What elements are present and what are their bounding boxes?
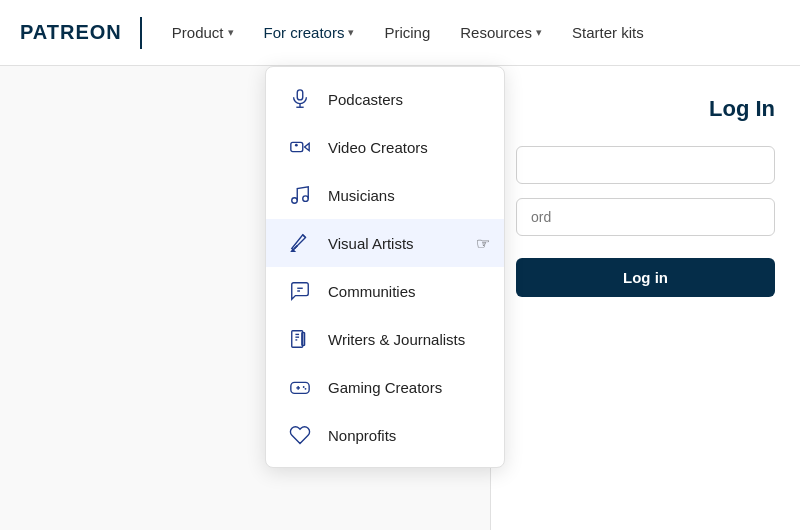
login-button[interactable]: Log in	[516, 258, 775, 297]
svg-point-6	[303, 196, 309, 202]
dropdown-item-communities[interactable]: Communities	[266, 267, 504, 315]
dropdown-label-nonprofits: Nonprofits	[328, 427, 396, 444]
nav-item-resources[interactable]: Resources ▾	[448, 16, 554, 49]
chat-icon	[286, 277, 314, 305]
heart-icon	[286, 421, 314, 449]
dropdown-item-writers-journalists[interactable]: Writers & Journalists	[266, 315, 504, 363]
for-creators-dropdown: Podcasters Video Creators Musicians	[265, 66, 505, 468]
chevron-down-icon: ▾	[228, 26, 234, 39]
dropdown-label-gaming-creators: Gaming Creators	[328, 379, 442, 396]
cursor-icon: ☞	[476, 234, 490, 253]
svg-point-5	[292, 198, 298, 204]
dropdown-item-nonprofits[interactable]: Nonprofits	[266, 411, 504, 459]
mic-icon	[286, 85, 314, 113]
nav-item-pricing[interactable]: Pricing	[372, 16, 442, 49]
nav-label-pricing: Pricing	[384, 24, 430, 41]
nav-label-product: Product	[172, 24, 224, 41]
svg-point-21	[305, 388, 307, 390]
dropdown-label-communities: Communities	[328, 283, 416, 300]
dropdown-label-podcasters: Podcasters	[328, 91, 403, 108]
svg-rect-12	[292, 331, 303, 348]
book-icon	[286, 325, 314, 353]
chevron-down-icon: ▾	[348, 26, 354, 39]
brush-icon	[286, 229, 314, 257]
login-title: Log In	[516, 96, 775, 122]
brand-logo[interactable]: PATREON	[20, 17, 142, 49]
nav-label-resources: Resources	[460, 24, 532, 41]
nav-label-for-creators: For creators	[264, 24, 345, 41]
navbar: PATREON Product ▾ For creators ▾ Pricing…	[0, 0, 800, 66]
nav-items: Product ▾ For creators ▾ Pricing Resourc…	[160, 16, 780, 49]
nav-label-starter-kits: Starter kits	[572, 24, 644, 41]
email-field[interactable]	[516, 146, 775, 184]
nav-item-product[interactable]: Product ▾	[160, 16, 246, 49]
dropdown-label-writers-journalists: Writers & Journalists	[328, 331, 465, 348]
dropdown-label-musicians: Musicians	[328, 187, 395, 204]
password-field[interactable]	[516, 198, 775, 236]
svg-rect-0	[297, 90, 303, 100]
svg-line-8	[303, 235, 306, 238]
svg-line-9	[295, 246, 298, 249]
svg-rect-3	[291, 142, 303, 151]
svg-point-20	[303, 386, 305, 388]
login-panel: Log In Log in	[490, 66, 800, 530]
dropdown-item-gaming-creators[interactable]: Gaming Creators	[266, 363, 504, 411]
svg-point-4	[295, 144, 298, 147]
dropdown-label-visual-artists: Visual Artists	[328, 235, 414, 252]
music-icon	[286, 181, 314, 209]
nav-item-for-creators[interactable]: For creators ▾	[252, 16, 367, 49]
dropdown-item-visual-artists[interactable]: Visual Artists ☞	[266, 219, 504, 267]
chevron-down-icon: ▾	[536, 26, 542, 39]
dropdown-item-video-creators[interactable]: Video Creators	[266, 123, 504, 171]
dropdown-label-video-creators: Video Creators	[328, 139, 428, 156]
video-icon	[286, 133, 314, 161]
nav-item-starter-kits[interactable]: Starter kits	[560, 16, 656, 49]
dropdown-item-musicians[interactable]: Musicians	[266, 171, 504, 219]
game-icon	[286, 373, 314, 401]
dropdown-item-podcasters[interactable]: Podcasters	[266, 75, 504, 123]
